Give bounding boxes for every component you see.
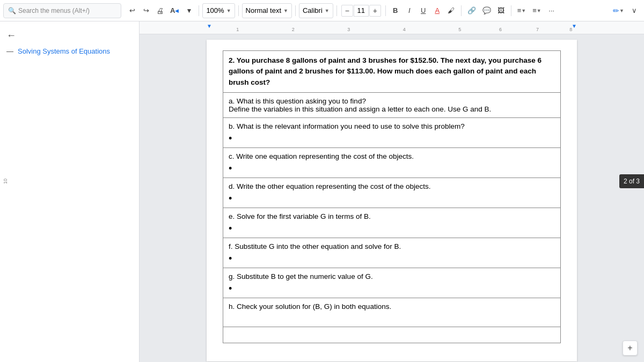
- ruler-mark-4: 4: [403, 27, 406, 32]
- header-cell: 2. You purchase 8 gallons of paint and 3…: [223, 51, 561, 93]
- align-icon: ≡: [517, 6, 522, 14]
- cell-c: c. Write one equation representing the c…: [223, 147, 561, 178]
- bullet-c: •: [229, 164, 555, 173]
- vertical-page-num: 10: [3, 176, 8, 187]
- cell-e: e. Solve for the first variable G in ter…: [223, 208, 561, 238]
- toolbar: 🔍 Search the menus (Alt+/) ↩ ↪ 🖨 A◀ ▼ 10…: [0, 0, 644, 21]
- sidebar-dash: —: [6, 47, 13, 55]
- page-indicator[interactable]: 2 of 3: [619, 174, 644, 188]
- text-style-dropdown[interactable]: Normal text ▼: [242, 3, 292, 18]
- sep2: [238, 5, 239, 16]
- back-button[interactable]: ←: [0, 27, 139, 45]
- font-arrow: ▼: [325, 8, 330, 13]
- underline-icon: U: [421, 6, 426, 14]
- font-value: Calibri: [303, 6, 323, 14]
- text-style-value: Normal text: [246, 6, 281, 14]
- back-icon: ←: [6, 30, 16, 41]
- cell-extra: [223, 327, 561, 343]
- comment-icon: 💬: [482, 6, 491, 14]
- ruler-left-arrow: ▼: [207, 23, 212, 29]
- add-icon: +: [627, 343, 632, 353]
- cell-a: a. What is this question asking you to f…: [223, 92, 561, 117]
- label-e: e. Solve for the first variable G in ter…: [229, 212, 371, 220]
- format-paint-icon: A: [170, 6, 175, 14]
- font-size-input[interactable]: [354, 5, 369, 17]
- search-box[interactable]: 🔍 Search the menus (Alt+/): [3, 3, 121, 18]
- filter-icon: ▼: [186, 7, 192, 14]
- format-paint-button[interactable]: A◀: [167, 3, 181, 18]
- ruler-mark-7: 7: [536, 27, 539, 32]
- link-icon: 🔗: [467, 6, 476, 14]
- sep6: [461, 5, 462, 16]
- ruler-right-arrow: ▼: [572, 23, 577, 29]
- table-row-e: e. Solve for the first variable G in ter…: [223, 208, 561, 238]
- cell-g: g. Substitute B to get the numeric value…: [223, 268, 561, 298]
- ruler: ▼ ▼ 1 2 3 4 5 6 7 8: [140, 21, 644, 34]
- page-indicator-text: 2 of 3: [624, 178, 640, 185]
- table-row-header: 2. You purchase 8 gallons of paint and 3…: [223, 51, 561, 93]
- list-button[interactable]: ≡ ▼: [530, 3, 544, 18]
- print-button[interactable]: 🖨: [153, 3, 166, 18]
- undo-icon: ↩: [129, 6, 135, 14]
- document-area[interactable]: ▼ ▼ 1 2 3 4 5 6 7 8 2.: [140, 21, 644, 362]
- text-style-arrow: ▼: [283, 8, 288, 13]
- font-dropdown[interactable]: Calibri ▼: [299, 3, 333, 18]
- sidebar-item-title[interactable]: — Solving Systems of Equations: [0, 45, 139, 58]
- sidebar-title: Solving Systems of Equations: [18, 47, 110, 55]
- redo-icon: ↪: [143, 6, 149, 14]
- label-d: d. Write the other equation representing…: [229, 182, 430, 190]
- bullet-d: •: [229, 194, 555, 203]
- sep7: [511, 5, 511, 16]
- italic-icon: I: [408, 6, 411, 14]
- cell-f: f. Substitute G into the other equation …: [223, 238, 561, 268]
- edit-button[interactable]: ✏ ▼: [610, 3, 627, 18]
- table-row-a: a. What is this question asking you to f…: [223, 92, 561, 117]
- comment-button[interactable]: 💬: [480, 3, 494, 18]
- align-button[interactable]: ≡ ▼: [515, 3, 529, 18]
- expand-icon: ∨: [632, 6, 637, 14]
- highlight-button[interactable]: 🖌: [445, 3, 458, 18]
- zoom-arrow: ▼: [226, 8, 231, 13]
- edit-icon: ✏: [613, 6, 619, 15]
- underline-button[interactable]: U: [417, 3, 430, 18]
- bold-icon: B: [393, 6, 398, 14]
- expand-button[interactable]: ∨: [628, 3, 641, 18]
- table-row-d: d. Write the other equation representing…: [223, 178, 561, 208]
- redo-button[interactable]: ↪: [140, 3, 152, 18]
- sep1: [199, 5, 199, 16]
- italic-button[interactable]: I: [403, 3, 416, 18]
- bullet-b: •: [229, 134, 555, 143]
- sep3: [295, 5, 296, 16]
- cell-d: d. Write the other equation representing…: [223, 178, 561, 208]
- sep5: [385, 5, 386, 16]
- table-row-h: h. Check your solution for (B, G) in bot…: [223, 298, 561, 327]
- bold-button[interactable]: B: [389, 3, 402, 18]
- table-row-f: f. Substitute G into the other equation …: [223, 238, 561, 268]
- image-button[interactable]: 🖼: [495, 3, 508, 18]
- page-content: 2. You purchase 8 gallons of paint and 3…: [223, 50, 561, 343]
- label-c: c. Write one equation representing the c…: [229, 152, 414, 160]
- print-icon: 🖨: [156, 6, 164, 15]
- problem-table: 2. You purchase 8 gallons of paint and 3…: [223, 50, 561, 343]
- ruler-mark-2: 2: [292, 27, 295, 32]
- font-size-group: − +: [341, 5, 381, 17]
- font-size-increase[interactable]: +: [369, 5, 381, 17]
- bullet-g: •: [229, 284, 555, 293]
- link-button[interactable]: 🔗: [465, 3, 479, 18]
- undo-button[interactable]: ↩: [126, 3, 138, 18]
- font-color-button[interactable]: A: [431, 3, 444, 18]
- filter-button[interactable]: ▼: [182, 3, 195, 18]
- search-placeholder: Search the menus (Alt+/): [18, 7, 90, 14]
- more-button[interactable]: ···: [545, 3, 558, 18]
- label-b: b. What is the relevant information you …: [229, 122, 465, 130]
- ruler-mark-8: 8: [569, 27, 572, 32]
- font-size-decrease[interactable]: −: [341, 5, 353, 17]
- sep4: [336, 5, 337, 16]
- search-icon: 🔍: [8, 7, 16, 14]
- font-color-icon: A: [435, 6, 440, 14]
- add-button[interactable]: +: [623, 341, 638, 356]
- zoom-dropdown[interactable]: 100% ▼: [202, 3, 235, 18]
- ruler-mark-3: 3: [347, 27, 350, 32]
- bullet-f: •: [229, 254, 555, 263]
- sidebar: ← — Solving Systems of Equations: [0, 21, 140, 362]
